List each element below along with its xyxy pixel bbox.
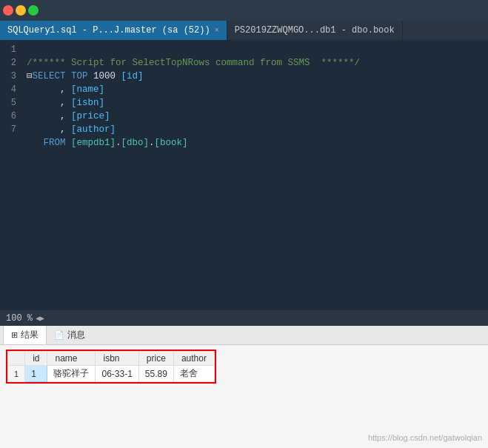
results-table-outer: id name isbn price author 1 1 骆驼 — [6, 350, 216, 384]
scroll-right-icon[interactable]: ▶ — [40, 314, 44, 323]
scroll-arrows[interactable]: ◀ ▶ — [36, 314, 44, 323]
results-table-wrapper: id name isbn price author 1 1 骆驼 — [0, 345, 488, 391]
status-bar: 100 % ◀ ▶ — [0, 310, 488, 326]
messages-icon: 📄 — [54, 330, 64, 340]
tab-sqlquery[interactable]: SQLQuery1.sql - P...J.master (sa (52)) × — [0, 21, 227, 40]
tab-book[interactable]: PS2019ZZWQMGO...db1 - dbo.book — [227, 21, 403, 40]
cell-isbn[interactable]: 06-33-1 — [96, 366, 138, 382]
title-bar — [0, 0, 488, 21]
zoom-level: 100 % — [6, 313, 33, 324]
results-table: id name isbn price author 1 1 骆驼 — [7, 351, 215, 382]
cell-price[interactable]: 55.89 — [138, 366, 173, 382]
minimize-btn[interactable] — [16, 5, 26, 16]
col-id: id — [25, 352, 47, 366]
watermark: https://blog.csdn.net/gatwolqian — [368, 433, 482, 442]
results-tabs: ⊞ 结果 📄 消息 — [0, 326, 488, 345]
main-area: 1 2 3 4 5 6 7 /****** Script for SelectT… — [0, 40, 488, 448]
results-tab-label: 结果 — [21, 329, 39, 341]
bottom-container: ⊞ 结果 📄 消息 id name — [0, 326, 488, 448]
results-tab-messages[interactable]: 📄 消息 — [47, 326, 93, 344]
tab-sqlquery-close[interactable]: × — [215, 27, 219, 35]
col-price: price — [138, 352, 173, 366]
close-btn[interactable] — [3, 5, 13, 16]
col-rownum — [8, 352, 25, 366]
col-isbn: isbn — [96, 352, 138, 366]
tab-sqlquery-label: SQLQuery1.sql - P...J.master (sa (52)) — [7, 25, 210, 36]
tab-bar: SQLQuery1.sql - P...J.master (sa (52)) ×… — [0, 21, 488, 40]
code-content[interactable]: /****** Script for SelectTopNRows comman… — [21, 40, 488, 310]
cell-rownum: 1 — [8, 366, 25, 382]
line-numbers: 1 2 3 4 5 6 7 — [0, 40, 21, 310]
table-row[interactable]: 1 1 骆驼祥子 06-33-1 55.89 老舍 — [8, 366, 215, 382]
messages-tab-label: 消息 — [67, 329, 85, 341]
maximize-btn[interactable] — [28, 5, 39, 16]
editor-area: 1 2 3 4 5 6 7 /****** Script for SelectT… — [0, 40, 488, 448]
results-tab-results[interactable]: ⊞ 结果 — [3, 326, 47, 344]
cell-author[interactable]: 老舍 — [173, 366, 214, 382]
watermark-text: https://blog.csdn.net/gatwolqian — [368, 433, 482, 442]
tab-book-label: PS2019ZZWQMGO...db1 - dbo.book — [235, 25, 395, 36]
results-icon: ⊞ — [11, 330, 18, 340]
table-header-row: id name isbn price author — [8, 352, 215, 366]
cell-name[interactable]: 骆驼祥子 — [47, 366, 96, 382]
cell-id[interactable]: 1 — [25, 366, 47, 382]
code-editor[interactable]: 1 2 3 4 5 6 7 /****** Script for SelectT… — [0, 40, 488, 310]
col-name: name — [47, 352, 96, 366]
col-author: author — [173, 352, 214, 366]
